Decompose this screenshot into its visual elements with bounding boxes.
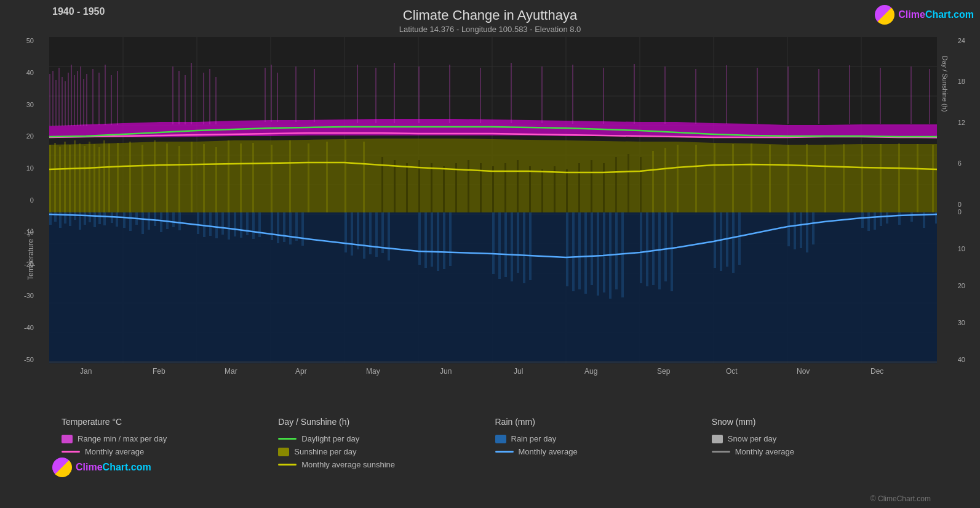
svg-rect-190	[363, 212, 365, 259]
svg-rect-179	[252, 212, 255, 239]
svg-rect-140	[861, 145, 863, 212]
svg-rect-78	[64, 142, 66, 212]
legend: Temperature °C Range min / max per day M…	[49, 409, 937, 508]
y-tick: 20	[26, 132, 34, 140]
legend-title-temperature: Temperature °C	[62, 417, 274, 427]
svg-rect-94	[191, 142, 193, 212]
svg-rect-97	[228, 140, 229, 212]
svg-rect-45	[203, 73, 204, 124]
svg-rect-204	[511, 212, 513, 281]
svg-rect-172	[209, 212, 212, 236]
svg-rect-34	[83, 79, 84, 126]
svg-rect-61	[572, 65, 573, 124]
svg-rect-100	[271, 145, 273, 212]
svg-rect-133	[732, 144, 734, 212]
x-label-aug: Aug	[584, 367, 597, 376]
svg-rect-119	[541, 169, 543, 212]
y-tick: -30	[24, 292, 34, 299]
svg-rect-43	[185, 75, 186, 124]
svg-rect-222	[664, 212, 667, 281]
svg-rect-175	[228, 212, 230, 240]
chart-svg	[49, 37, 937, 363]
svg-rect-203	[504, 212, 507, 277]
y-tick-r: 18	[958, 78, 965, 85]
y-tick: 40	[26, 69, 34, 76]
svg-rect-153	[84, 212, 86, 225]
svg-rect-91	[154, 140, 156, 212]
svg-rect-87	[108, 143, 110, 212]
svg-rect-128	[652, 151, 654, 212]
legend-item-snow-avg: Monthly average	[712, 447, 925, 456]
svg-rect-123	[591, 160, 592, 212]
svg-rect-71	[880, 68, 881, 124]
axis-title-right-top: Day / Sunshine (h)	[941, 55, 948, 111]
x-label-dec: Dec	[870, 367, 883, 376]
svg-rect-170	[197, 212, 199, 234]
svg-rect-218	[640, 212, 642, 283]
svg-rect-40	[117, 71, 118, 125]
legend-label-temp-avg: Monthly average	[85, 447, 144, 456]
svg-rect-117	[517, 160, 519, 212]
legend-line-rain-avg	[495, 451, 514, 453]
svg-rect-207	[529, 212, 532, 280]
svg-rect-185	[295, 212, 298, 241]
svg-rect-142	[898, 143, 900, 212]
svg-rect-198	[437, 212, 439, 271]
legend-title-rain: Rain (mm)	[495, 417, 708, 427]
svg-rect-220	[652, 212, 655, 285]
svg-rect-105	[363, 142, 365, 212]
legend-col-sunshine: Day / Sunshine (h) Daylight per day Suns…	[278, 417, 491, 501]
y-tick: 0	[30, 196, 34, 204]
x-label-jun: Jun	[440, 367, 452, 376]
svg-rect-65	[695, 69, 696, 124]
svg-rect-47	[215, 77, 217, 124]
legend-item-temp-range: Range min / max per day	[62, 434, 274, 443]
svg-rect-82	[84, 146, 86, 212]
y-axis-right-bottom-labels: 0 10 20 30 40	[955, 208, 968, 364]
svg-rect-63	[634, 64, 635, 124]
svg-rect-143	[917, 144, 918, 212]
svg-rect-217	[621, 212, 624, 297]
svg-rect-208	[566, 212, 568, 286]
svg-rect-44	[191, 63, 192, 124]
svg-rect-50	[277, 73, 278, 122]
x-label-mar: Mar	[225, 367, 237, 376]
y-tick: -50	[24, 356, 34, 363]
svg-rect-25	[55, 80, 57, 126]
y-tick-rb: 30	[958, 319, 965, 326]
svg-rect-39	[111, 75, 112, 125]
svg-rect-134	[751, 143, 752, 212]
svg-rect-80	[74, 140, 76, 212]
x-label-jul: Jul	[514, 367, 523, 376]
y-tick: 50	[26, 37, 34, 44]
svg-rect-214	[603, 212, 605, 292]
logo-chart: Chart.com	[925, 9, 974, 20]
svg-rect-36	[92, 69, 94, 124]
svg-rect-46	[209, 69, 210, 124]
svg-rect-166	[160, 212, 162, 232]
svg-rect-129	[664, 148, 666, 212]
legend-item-sunshine-avg: Monthly average sunshine	[278, 460, 491, 469]
svg-rect-154	[89, 212, 91, 222]
svg-rect-27	[62, 77, 63, 126]
x-axis-labels: Jan Feb Mar Apr May Jun Jul Aug Sep Oct …	[49, 363, 937, 379]
svg-rect-184	[289, 212, 292, 244]
svg-rect-183	[283, 212, 285, 242]
svg-rect-156	[98, 212, 101, 224]
y-tick: 10	[26, 164, 34, 172]
y-tick-rb: 0	[958, 208, 962, 216]
svg-rect-90	[141, 145, 143, 212]
y-tick: 30	[26, 101, 34, 108]
svg-rect-160	[123, 212, 125, 228]
legend-label-snow: Snow per day	[728, 434, 777, 443]
legend-title-sunshine: Day / Sunshine (h)	[278, 417, 491, 427]
svg-rect-52	[314, 69, 315, 122]
svg-rect-202	[498, 212, 501, 279]
svg-rect-161	[129, 212, 132, 231]
x-label-sep: Sep	[657, 367, 670, 376]
legend-line-daylight	[278, 438, 297, 440]
svg-rect-92	[166, 143, 168, 212]
svg-rect-131	[695, 145, 697, 212]
svg-rect-118	[529, 166, 531, 212]
copyright: © ClimeChart.com	[870, 494, 931, 503]
